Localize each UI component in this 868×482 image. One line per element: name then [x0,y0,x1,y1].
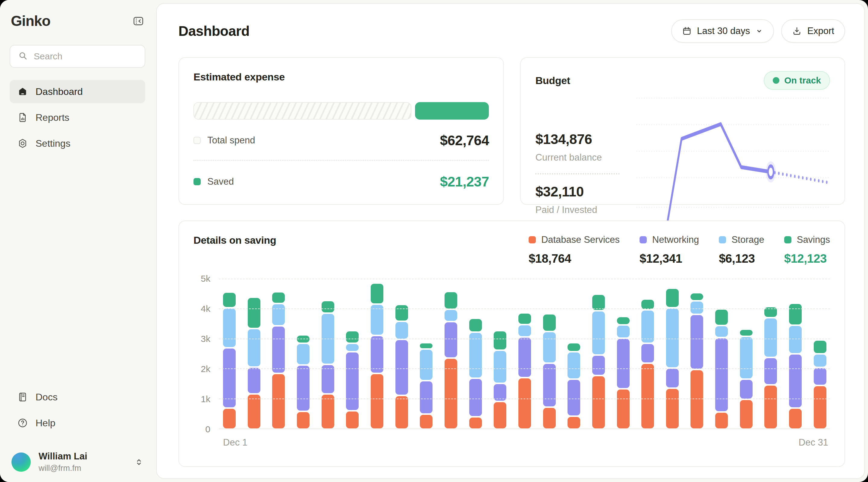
segment-storage[interactable] [396,322,408,339]
bar-dec-3[interactable] [272,292,285,428]
segment-networking[interactable] [469,379,482,416]
segment-storage[interactable] [272,304,285,325]
segment-storage[interactable] [469,333,482,378]
segment-storage[interactable] [518,325,531,336]
segment-database-services[interactable] [248,395,260,428]
bar-dec-20[interactable] [690,293,703,428]
segment-networking[interactable] [740,380,752,398]
segment-networking[interactable] [690,315,703,369]
segment-savings[interactable] [248,298,260,328]
export-button[interactable]: Export [781,19,845,43]
segment-savings[interactable] [789,304,802,324]
segment-networking[interactable] [592,356,605,375]
chevron-up-down-icon[interactable] [134,458,144,467]
segment-networking[interactable] [248,368,260,393]
segment-database-services[interactable] [740,400,752,428]
segment-networking[interactable] [617,339,629,388]
segment-storage[interactable] [641,311,654,343]
segment-database-services[interactable] [321,395,334,428]
segment-database-services[interactable] [690,370,703,428]
segment-savings[interactable] [469,319,482,331]
bar-dec-19[interactable] [666,289,679,428]
segment-storage[interactable] [666,309,679,367]
bar-dec-16[interactable] [592,295,605,428]
segment-database-services[interactable] [444,359,457,428]
segment-savings[interactable] [592,295,605,310]
legend-item-storage[interactable]: Storage $6,123 [719,234,764,265]
bar-dec-2[interactable] [248,298,260,428]
search-input[interactable] [34,51,137,61]
segment-networking[interactable] [518,338,531,377]
segment-database-services[interactable] [346,412,359,428]
segment-networking[interactable] [814,368,827,385]
segment-networking[interactable] [321,365,334,393]
segment-storage[interactable] [789,326,802,353]
segment-networking[interactable] [666,369,679,387]
segment-savings[interactable] [223,293,236,307]
segment-storage[interactable] [248,329,260,366]
segment-savings[interactable] [494,331,506,349]
date-range-button[interactable]: Last 30 days [671,19,774,43]
segment-savings[interactable] [396,305,408,321]
segment-storage[interactable] [690,301,703,314]
segment-storage[interactable] [297,344,310,364]
bar-dec-23[interactable] [764,307,777,428]
segment-database-services[interactable] [567,417,580,428]
bar-dec-10[interactable] [444,292,457,428]
segment-savings[interactable] [567,344,580,351]
segment-database-services[interactable] [223,409,236,428]
segment-networking[interactable] [444,322,457,357]
segment-savings[interactable] [543,315,556,331]
bar-dec-4[interactable] [297,335,310,428]
sidebar-item-settings[interactable]: Settings [10,132,145,155]
segment-networking[interactable] [396,340,408,395]
bar-dec-8[interactable] [396,305,408,428]
segment-storage[interactable] [592,312,605,354]
bar-dec-6[interactable] [346,331,359,428]
bar-dec-25[interactable] [814,341,827,428]
segment-database-services[interactable] [666,389,679,428]
segment-database-services[interactable] [469,418,482,428]
legend-item-networking[interactable]: Networking $12,341 [640,234,699,265]
segment-savings[interactable] [715,310,728,325]
segment-database-services[interactable] [617,389,629,428]
search-box[interactable] [10,45,145,68]
bar-dec-18[interactable] [641,300,654,428]
sidebar-item-help[interactable]: Help [10,411,145,435]
segment-database-services[interactable] [814,386,827,428]
sidebar-item-dashboard[interactable]: Dashboard [10,80,145,103]
segment-storage[interactable] [371,305,383,335]
segment-storage[interactable] [420,350,433,380]
segment-savings[interactable] [617,317,629,324]
bar-dec-24[interactable] [789,304,802,428]
segment-storage[interactable] [740,337,752,378]
sidebar-item-docs[interactable]: Docs [10,385,145,409]
segment-database-services[interactable] [592,376,605,428]
segment-networking[interactable] [420,381,433,413]
segment-savings[interactable] [321,301,334,312]
segment-storage[interactable] [617,326,629,338]
legend-item-database-services[interactable]: Database Services $18,764 [529,234,620,265]
bar-dec-7[interactable] [371,284,383,428]
segment-storage[interactable] [814,355,827,366]
segment-database-services[interactable] [715,413,728,428]
bar-dec-17[interactable] [617,317,629,428]
segment-storage[interactable] [444,310,457,321]
legend-item-savings[interactable]: Savings $12,123 [784,234,830,265]
bar-dec-13[interactable] [518,314,531,428]
segment-database-services[interactable] [396,396,408,428]
segment-storage[interactable] [223,309,236,347]
segment-storage[interactable] [543,332,556,362]
segment-savings[interactable] [641,300,654,309]
segment-savings[interactable] [420,344,433,348]
segment-database-services[interactable] [543,408,556,428]
segment-networking[interactable] [789,355,802,407]
segment-savings[interactable] [666,289,679,307]
segment-savings[interactable] [690,293,703,300]
bar-dec-9[interactable] [420,344,433,428]
user-profile[interactable]: William Lai will@frm.fm [10,451,145,473]
segment-networking[interactable] [371,336,383,373]
segment-networking[interactable] [764,358,777,384]
segment-networking[interactable] [272,327,285,373]
bar-dec-1[interactable] [223,293,236,428]
